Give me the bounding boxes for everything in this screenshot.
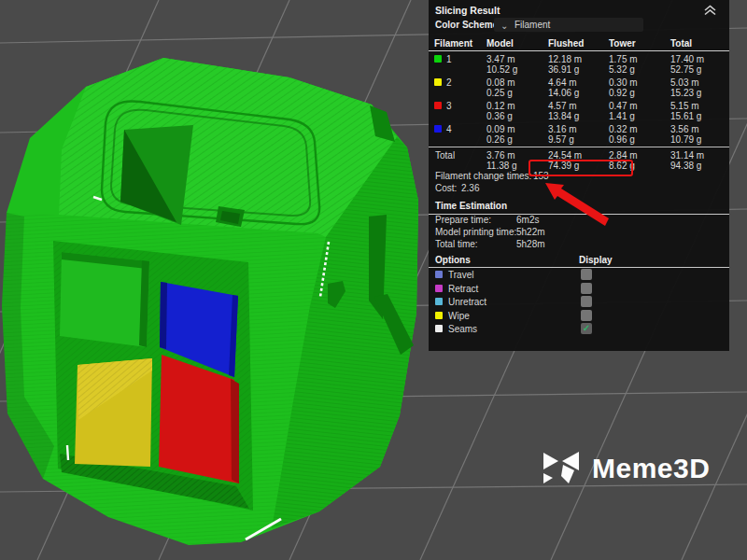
travel-display-checkbox[interactable]: ✓ xyxy=(581,269,592,280)
slicing-result-panel: Slicing Result Color Scheme ⌄ Filament F… xyxy=(429,0,729,351)
color-scheme-label: Color Scheme xyxy=(435,20,498,30)
time-estimation-header: Time Estimation xyxy=(429,201,729,215)
filament-row-4: 4 0.09 m0.26 g 3.16 m9.57 g 0.32 m0.96 g… xyxy=(429,121,729,145)
unretract-display-checkbox[interactable]: ✓ xyxy=(581,296,592,307)
unretract-color-swatch xyxy=(435,298,443,305)
wipe-display-checkbox[interactable]: ✓ xyxy=(581,310,592,321)
retract-display-checkbox[interactable]: ✓ xyxy=(581,283,592,294)
travel-color-swatch xyxy=(435,271,443,278)
options-header: Options Display xyxy=(429,255,729,268)
display-header: Display xyxy=(579,255,613,265)
option-wipe: Wipe ✓ xyxy=(429,309,729,323)
meme3d-logo-text: Meme3D xyxy=(592,453,710,484)
meme3d-logo-icon xyxy=(543,452,580,485)
retract-color-swatch xyxy=(435,285,443,292)
prepare-time: Prepare time:6m2s xyxy=(429,215,729,227)
collapse-panel-icon[interactable] xyxy=(704,5,716,16)
filament-color-swatch xyxy=(434,55,442,63)
meme3d-logo: Meme3D xyxy=(543,452,710,485)
filament-change-times: Filament change times: 153 xyxy=(429,171,729,183)
filament-color-swatch xyxy=(434,125,442,133)
option-seams: Seams ✓ xyxy=(429,322,729,336)
filament-row-3: 3 0.12 m0.36 g 4.57 m13.84 g 0.47 m1.41 … xyxy=(429,98,729,121)
filament-total-row: Total 3.76 m11.38 g 24.54 m74.39 g 2.84 … xyxy=(429,147,729,171)
cost: Cost: 2.36 xyxy=(429,183,729,195)
filament-row-1: 1 3.47 m10.52 g 12.18 m36.91 g 1.75 m5.3… xyxy=(429,51,729,75)
option-unretract: Unretract ✓ xyxy=(429,295,729,309)
filament-row-2: 2 0.08 m0.25 g 4.64 m14.06 g 0.30 m0.92 … xyxy=(429,75,729,98)
color-scheme-value[interactable]: Filament xyxy=(514,20,550,30)
3d-viewport[interactable]: Slicing Result Color Scheme ⌄ Filament F… xyxy=(0,0,747,560)
option-travel: Travel ✓ xyxy=(429,268,729,282)
total-time: Total time:5h28m xyxy=(429,239,729,251)
model-printing-time: Model printing time:5h22m xyxy=(429,227,729,239)
filament-color-swatch xyxy=(434,78,442,86)
option-retract: Retract ✓ xyxy=(429,282,729,296)
seams-display-checkbox[interactable]: ✓ xyxy=(581,323,592,334)
seams-color-swatch xyxy=(435,325,443,332)
chevron-down-icon[interactable]: ⌄ xyxy=(500,21,508,31)
filament-color-swatch xyxy=(434,102,442,109)
panel-title: Slicing Result xyxy=(429,0,729,20)
filament-table-header: Filament Model Flushed Tower Total xyxy=(429,36,729,51)
wipe-color-swatch xyxy=(435,312,443,319)
